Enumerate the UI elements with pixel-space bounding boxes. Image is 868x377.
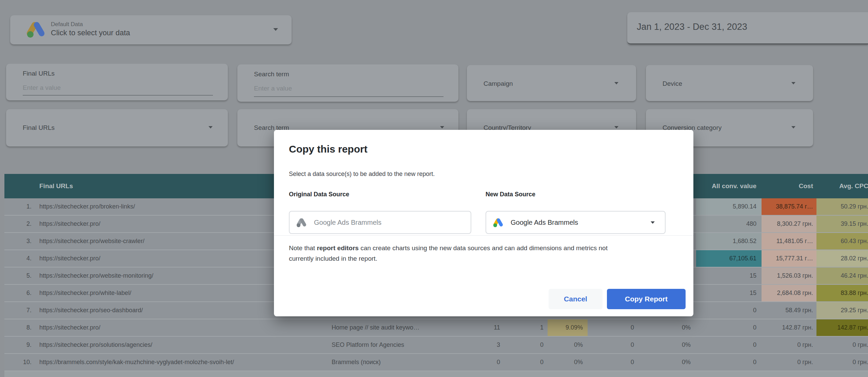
cell-metric: 0% — [637, 354, 691, 371]
cell-metric: 0 — [591, 337, 634, 353]
row-number: 10. — [11, 354, 32, 371]
cell-final-url: https://sitechecker.pro/solutions/agenci… — [35, 337, 323, 353]
looker-studio-report: Default Data Click to select your data J… — [0, 0, 868, 377]
cell-metric: 0 — [504, 337, 544, 353]
cell-metric: 11 — [473, 319, 500, 336]
row-number: 2. — [11, 216, 32, 232]
caret-down-icon[interactable] — [651, 221, 655, 224]
cell-all-conv-value: 15 — [696, 285, 762, 301]
cell-all-conv-value: 15 — [696, 267, 762, 284]
cell-all-conv-value: 5,890.14 — [696, 198, 762, 215]
cell-cost: 2,684.08 грн. — [762, 285, 816, 301]
filter-final-urls-dropdown[interactable]: Final URLs — [6, 109, 228, 146]
date-range-value: Jan 1, 2023 - Dec 31, 2023 — [637, 22, 747, 32]
header-avg-cpc[interactable]: Avg. CPC — [816, 174, 868, 198]
cell-cost: 8,300.27 грн. — [762, 216, 816, 232]
cell-search-term: Brammels (поиск) — [327, 354, 473, 371]
filter-label: Final URLs — [23, 124, 55, 132]
copy-report-button[interactable]: Copy Report — [607, 289, 686, 309]
table-row: 8. https://sitechecker.pro/ Home page //… — [4, 319, 868, 337]
cell-metric: 1 — [504, 319, 544, 336]
cell-metric: 0% — [548, 337, 588, 353]
cell-cost: 1,526.03 грн. — [762, 267, 816, 284]
original-source-name: Google Ads Brammels — [314, 219, 381, 226]
data-source-selector[interactable]: Default Data Click to select your data — [10, 15, 292, 44]
google-ads-icon — [296, 218, 307, 227]
header-all-conv-value[interactable]: All conv. value — [696, 174, 762, 198]
caret-down-icon[interactable] — [614, 82, 618, 84]
google-ads-icon — [26, 21, 45, 38]
filter-search-term-input[interactable]: Search term Enter a value — [237, 64, 458, 102]
caret-down-icon[interactable] — [209, 126, 213, 128]
row-number: 8. — [11, 319, 32, 336]
dialog-divider — [274, 235, 693, 236]
row-number: 7. — [11, 302, 32, 319]
dialog-title: Copy this report — [289, 143, 368, 155]
cell-cost: 58.49 грн. — [762, 302, 816, 319]
cell-avg-cpc: 29.25 грн. — [816, 302, 868, 319]
cell-cost: 0 грн. — [762, 337, 816, 353]
new-source-name: Google Ads Brammels — [511, 219, 578, 226]
caret-down-icon[interactable] — [791, 82, 795, 84]
caret-down-icon[interactable] — [440, 126, 444, 128]
filter-input[interactable]: Enter a value — [23, 84, 61, 92]
cell-cost: 142.87 грн. — [762, 319, 816, 336]
cell-all-conv-value: 67,105.61 — [696, 250, 762, 267]
new-data-source-select[interactable]: Google Ads Brammels — [486, 211, 666, 234]
original-data-source-field: Google Ads Brammels — [289, 211, 471, 234]
header-cost[interactable]: Cost — [762, 174, 816, 198]
cancel-button[interactable]: Cancel — [549, 289, 603, 309]
cell-metric: 0 — [473, 354, 500, 371]
caret-down-icon[interactable] — [614, 126, 618, 128]
row-number: 1. — [11, 198, 32, 215]
cell-metric: 0% — [548, 354, 588, 371]
cell-metric: 0 — [591, 354, 634, 371]
filter-campaign-dropdown[interactable]: Campaign — [467, 65, 636, 101]
cell-avg-cpc: 39.15 грн. — [816, 216, 868, 232]
filter-label: Campaign — [484, 80, 513, 87]
row-number: 3. — [11, 233, 32, 250]
cell-all-conv-value: 480 — [696, 216, 762, 232]
cell-cost: 38,875.74 г… — [762, 198, 816, 215]
cell-metric: 0% — [637, 319, 691, 336]
caret-down-icon[interactable] — [273, 28, 278, 31]
dialog-subtitle: Select a data source(s) to be added to t… — [289, 171, 435, 178]
cell-all-conv-value: 0 — [696, 354, 762, 371]
filter-label: Search term — [254, 71, 289, 78]
cell-final-url: https://sitechecker.pro/ — [35, 319, 323, 336]
cell-cost: 15,777.31 г… — [762, 250, 816, 267]
date-range-control[interactable]: Jan 1, 2023 - Dec 31, 2023 — [627, 12, 868, 44]
data-selector-label: Default Data — [51, 21, 83, 28]
row-number: 6. — [11, 285, 32, 301]
caret-down-icon[interactable] — [791, 126, 795, 128]
cell-search-term: SEO Platform for Agencies — [327, 337, 473, 353]
note-bold-text: report editors — [317, 244, 359, 252]
copy-report-dialog: Copy this report Select a data source(s)… — [274, 130, 693, 316]
note-text: can create charts using the new data sou… — [359, 244, 608, 252]
cell-metric: 0% — [637, 337, 691, 353]
cell-search-term: Home page // site audit keywo… — [327, 319, 473, 336]
cell-avg-cpc: 0 грн. — [816, 354, 868, 371]
cell-cost: 11,481.05 г… — [762, 233, 816, 250]
cell-all-conv-value: 0 — [696, 319, 762, 336]
dialog-note: Note that report editors can create char… — [289, 243, 686, 264]
table-footer — [4, 371, 868, 377]
row-number: 4. — [11, 250, 32, 267]
cell-avg-cpc: 50.29 грн. — [816, 198, 868, 215]
input-underline — [23, 95, 213, 96]
filter-label: Final URLs — [23, 70, 55, 77]
filter-input[interactable]: Enter a value — [254, 85, 292, 92]
filter-final-urls-input[interactable]: Final URLs Enter a value — [6, 64, 228, 100]
cell-all-conv-value: 1,680.52 — [696, 233, 762, 250]
cell-avg-cpc: 60.43 грн. — [816, 233, 868, 250]
cell-metric: 0 — [591, 319, 634, 336]
filter-device-dropdown[interactable]: Device — [646, 65, 813, 101]
filter-label: Device — [663, 80, 682, 87]
new-data-source-label: New Data Source — [486, 191, 535, 198]
input-underline — [254, 96, 443, 97]
cell-metric: 0 — [504, 354, 544, 371]
table-row: 9. https://sitechecker.pro/solutions/age… — [4, 337, 868, 354]
cell-avg-cpc: 28.02 грн. — [816, 250, 868, 267]
original-data-source-label: Original Data Source — [289, 191, 349, 198]
note-text: currently included in the report. — [289, 255, 377, 262]
